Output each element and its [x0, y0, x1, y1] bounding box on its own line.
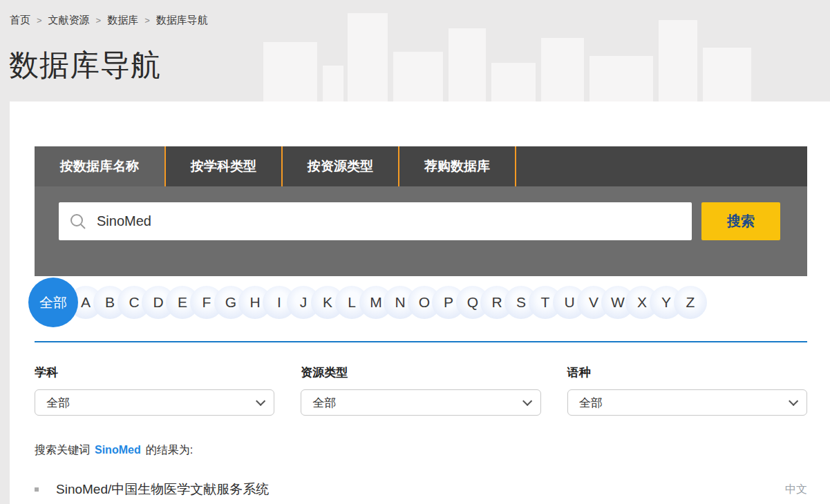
breadcrumb-literature-resources[interactable]: 文献资源	[48, 14, 90, 27]
chevron-down-icon	[522, 396, 532, 406]
filter-resource-type: 资源类型 全部	[301, 365, 540, 416]
chevron-down-icon	[789, 396, 798, 406]
tab-by-subject-type[interactable]: 按学科类型	[164, 146, 281, 186]
subject-select-value: 全部	[46, 395, 70, 411]
subject-select[interactable]: 全部	[35, 389, 274, 416]
results-keyword: SinoMed	[95, 444, 141, 456]
content-card: 按数据库名称 按学科类型 按资源类型 荐购数据库 搜索 全部 A B C	[10, 101, 830, 504]
results-suffix: 的结果为:	[146, 444, 193, 456]
breadcrumb-separator: >	[96, 15, 102, 26]
language-select-value: 全部	[579, 395, 603, 411]
result-row: SinoMed/中国生物医学文献服务系统 中文	[35, 481, 807, 498]
tab-bar-filler	[515, 146, 807, 186]
result-link[interactable]: SinoMed/中国生物医学文献服务系统	[56, 481, 269, 498]
chevron-down-icon	[256, 396, 265, 406]
language-select[interactable]: 全部	[567, 389, 807, 416]
alphabet-filter: 全部 A B C D E F G H I J K L M N O P Q R S…	[28, 278, 830, 327]
tab-by-resource-type[interactable]: 按资源类型	[281, 146, 398, 186]
page-header: 首页 > 文献资源 > 数据库 > 数据库导航 数据库导航	[0, 0, 830, 101]
resource-type-select[interactable]: 全部	[301, 389, 540, 416]
filter-resource-type-label: 资源类型	[301, 365, 540, 380]
filter-language: 语种 全部	[567, 365, 807, 416]
breadcrumb-database-navigation[interactable]: 数据库导航	[156, 14, 208, 27]
breadcrumb-separator: >	[144, 15, 150, 26]
search-module: 按数据库名称 按学科类型 按资源类型 荐购数据库 搜索	[35, 146, 807, 276]
section-divider	[35, 341, 807, 342]
search-box	[59, 202, 692, 240]
filters-row: 学科 全部 资源类型 全部 语种 全部	[35, 365, 807, 416]
bullet-icon	[35, 487, 39, 492]
tab-by-database-name[interactable]: 按数据库名称	[35, 146, 164, 186]
search-input[interactable]	[97, 202, 681, 240]
filter-language-label: 语种	[567, 365, 807, 380]
breadcrumb-databases[interactable]: 数据库	[107, 14, 138, 27]
page-title: 数据库导航	[9, 46, 161, 86]
alphabet-all-button[interactable]: 全部	[28, 278, 78, 327]
breadcrumb-separator: >	[37, 15, 42, 26]
result-language: 中文	[785, 483, 807, 497]
tab-recommend-database[interactable]: 荐购数据库	[398, 146, 515, 186]
results-summary: 搜索关键词SinoMed的结果为:	[35, 443, 807, 458]
tab-bar: 按数据库名称 按学科类型 按资源类型 荐购数据库	[35, 146, 807, 186]
breadcrumb: 首页 > 文献资源 > 数据库 > 数据库导航	[10, 14, 208, 27]
building-watermark	[263, 0, 789, 101]
filter-subject: 学科 全部	[35, 365, 274, 416]
resource-type-select-value: 全部	[312, 395, 336, 411]
search-icon	[69, 213, 87, 231]
results-prefix: 搜索关键词	[35, 444, 90, 456]
filter-subject-label: 学科	[35, 365, 274, 380]
search-panel: 搜索	[35, 186, 807, 276]
breadcrumb-home[interactable]: 首页	[10, 14, 30, 27]
search-button[interactable]: 搜索	[701, 202, 780, 240]
alphabet-letter-z[interactable]: Z	[674, 286, 707, 319]
